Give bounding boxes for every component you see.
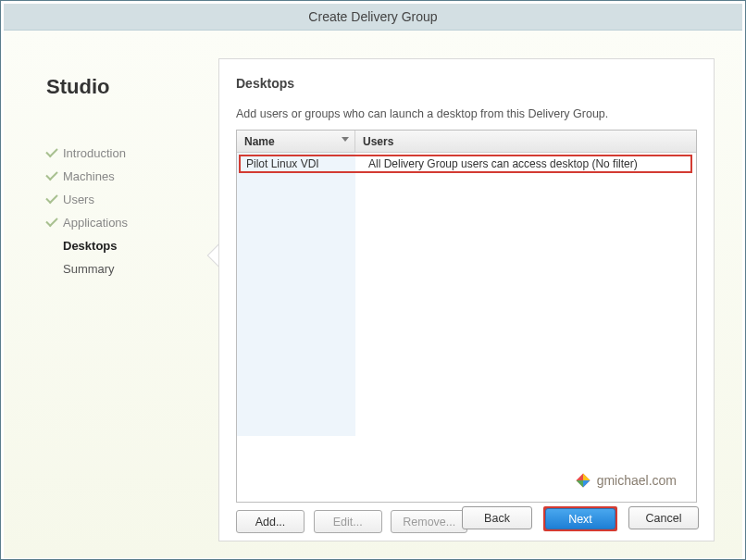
page-description: Add users or groups who can launch a des… bbox=[236, 107, 697, 120]
window-title: Create Delivery Group bbox=[4, 4, 742, 31]
sidebar-item-introduction[interactable]: Introduction bbox=[43, 142, 218, 165]
sidebar-item-applications[interactable]: Applications bbox=[43, 211, 218, 234]
sidebar-item-machines[interactable]: Machines bbox=[43, 165, 218, 188]
name-column-background bbox=[237, 153, 355, 436]
edit-button: Edit... bbox=[314, 510, 382, 533]
next-button[interactable]: Next bbox=[545, 508, 615, 529]
dialog-body: Studio Introduction Machines Users Appli… bbox=[4, 31, 742, 558]
next-button-highlight: Next bbox=[543, 506, 617, 531]
column-header-users[interactable]: Users bbox=[355, 131, 696, 152]
sidebar: Studio Introduction Machines Users Appli… bbox=[4, 31, 218, 558]
column-header-name[interactable]: Name bbox=[237, 131, 355, 152]
back-button[interactable]: Back bbox=[462, 506, 532, 529]
table-row[interactable]: Pilot Linux VDI All Delivery Group users… bbox=[239, 155, 692, 173]
wizard-steps: Introduction Machines Users Applications… bbox=[43, 142, 218, 280]
add-button[interactable]: Add... bbox=[236, 510, 305, 533]
main-panel: Desktops Add users or groups who can lau… bbox=[218, 58, 715, 541]
cell-name: Pilot Linux VDI bbox=[241, 157, 361, 170]
remove-button: Remove... bbox=[391, 510, 467, 533]
cancel-button[interactable]: Cancel bbox=[628, 506, 699, 529]
table-header-row: Name Users bbox=[237, 131, 696, 153]
page-heading: Desktops bbox=[236, 76, 697, 91]
sort-descending-icon bbox=[342, 137, 349, 142]
product-title: Studio bbox=[46, 75, 218, 99]
sidebar-item-desktops[interactable]: Desktops bbox=[43, 234, 218, 257]
dialog-frame: Create Delivery Group Studio Introductio… bbox=[0, 0, 746, 560]
column-header-name-label: Name bbox=[244, 135, 275, 148]
desktops-table[interactable]: Name Users Pilot Linux VDI All Delivery … bbox=[236, 130, 697, 503]
sidebar-notch bbox=[206, 242, 219, 268]
column-header-users-label: Users bbox=[363, 135, 393, 148]
cell-users: All Delivery Group users can access desk… bbox=[361, 157, 638, 170]
sidebar-item-summary[interactable]: Summary bbox=[43, 257, 218, 280]
sidebar-item-users[interactable]: Users bbox=[43, 188, 218, 211]
table-body: Pilot Linux VDI All Delivery Group users… bbox=[237, 153, 696, 436]
wizard-buttons: Back Next Cancel bbox=[462, 506, 699, 531]
